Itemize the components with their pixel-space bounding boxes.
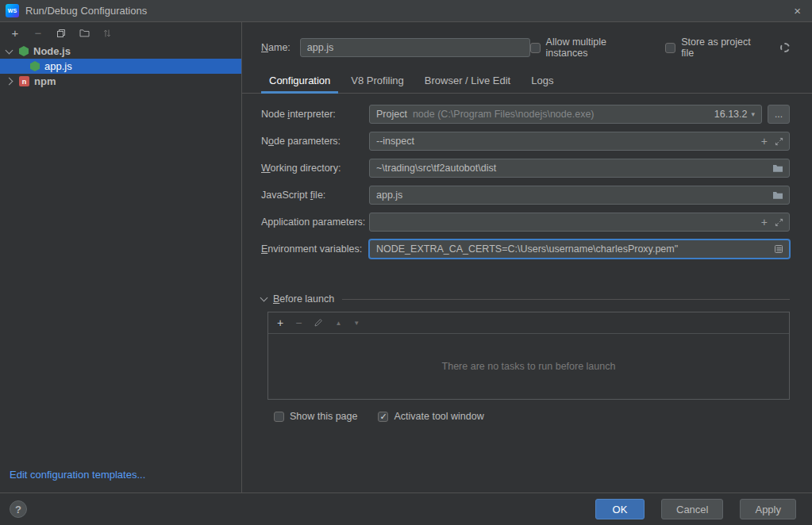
- configuration-form: Node interpreter: Project node (C:\Progr…: [261, 105, 790, 266]
- node-interpreter-select[interactable]: Project node (C:\Program Files\nodejs\no…: [369, 105, 762, 124]
- javascript-file-input[interactable]: [369, 186, 790, 205]
- allow-multiple-instances-checkbox[interactable]: Allow multiple instances: [530, 36, 652, 59]
- checkbox-icon: [530, 43, 541, 53]
- name-input[interactable]: [300, 38, 530, 57]
- node-parameters-field: +: [369, 132, 790, 151]
- tree-item-appjs[interactable]: app.js: [0, 59, 241, 74]
- configurations-tree: Node.js app.js n npm: [0, 44, 241, 89]
- remove-task-icon[interactable]: −: [295, 317, 302, 328]
- footer-buttons: OK Cancel Apply: [595, 499, 796, 519]
- cancel-button[interactable]: Cancel: [661, 499, 723, 519]
- nodejs-icon: [19, 46, 29, 56]
- edit-configuration-templates-link[interactable]: Edit configuration templates...: [0, 469, 241, 492]
- remove-configuration-icon[interactable]: −: [32, 27, 44, 40]
- tree-item-nodejs-group[interactable]: Node.js: [0, 44, 241, 59]
- working-directory-input[interactable]: [369, 159, 790, 178]
- tab-logs[interactable]: Logs: [523, 70, 561, 93]
- page-options: Show this page ✓ Activate tool window: [274, 411, 790, 422]
- ok-button[interactable]: OK: [595, 499, 645, 519]
- node-parameters-input[interactable]: [369, 132, 790, 151]
- nodejs-icon: [30, 61, 40, 71]
- before-launch-tasks-panel: + − ▲ ▼ There are no tasks to run before…: [267, 312, 790, 400]
- checkbox-icon: [274, 412, 284, 422]
- activate-tool-window-checkbox[interactable]: ✓ Activate tool window: [378, 411, 483, 422]
- tree-item-label: Node.js: [33, 45, 71, 57]
- application-parameters-field: +: [369, 213, 790, 232]
- name-label: Name:: [261, 42, 291, 53]
- node-parameters-row: Node parameters: +: [261, 132, 790, 151]
- expand-field-icon[interactable]: [775, 137, 783, 146]
- environment-variables-input[interactable]: [369, 240, 790, 259]
- divider: [342, 299, 790, 300]
- browse-variables-icon[interactable]: [774, 244, 783, 254]
- checkbox-label: Activate tool window: [394, 411, 483, 422]
- environment-variables-field: [369, 240, 790, 259]
- node-parameters-label: Node parameters:: [261, 136, 369, 147]
- tab-v8-profiling[interactable]: V8 Profiling: [343, 70, 411, 93]
- copy-configuration-icon[interactable]: [55, 27, 67, 40]
- folder-browse-icon[interactable]: [772, 163, 783, 173]
- before-launch-empty-message: There are no tasks to run before launch: [268, 334, 789, 399]
- name-row: Name: Allow multiple instances Store as …: [261, 36, 790, 59]
- move-task-down-icon[interactable]: ▼: [353, 320, 360, 327]
- checkbox-label: Show this page: [290, 411, 357, 422]
- configurations-toolbar: + −: [0, 22, 241, 44]
- checkbox-icon: [665, 43, 675, 53]
- node-interpreter-row: Node interpreter: Project node (C:\Progr…: [261, 105, 790, 124]
- insert-macro-icon[interactable]: +: [761, 217, 768, 228]
- checkbox-label: Store as project file: [681, 36, 766, 59]
- tree-item-label: app.js: [44, 60, 72, 72]
- insert-macro-icon[interactable]: +: [761, 136, 768, 147]
- edit-task-icon[interactable]: [314, 318, 323, 328]
- chevron-down-icon[interactable]: [6, 46, 13, 54]
- help-button[interactable]: ?: [10, 500, 27, 518]
- run-debug-configurations-dialog: WS Run/Debug Configurations × + −: [0, 0, 812, 525]
- before-launch-header[interactable]: Before launch: [261, 293, 790, 305]
- expand-field-icon[interactable]: [775, 218, 783, 227]
- before-launch-title: Before launch: [273, 293, 334, 305]
- apply-button[interactable]: Apply: [740, 499, 796, 519]
- webstorm-logo-icon: WS: [6, 4, 19, 17]
- add-task-icon[interactable]: +: [277, 317, 283, 328]
- environment-variables-label: Environment variables:: [261, 243, 369, 255]
- npm-icon: n: [19, 76, 29, 86]
- tab-configuration[interactable]: Configuration: [261, 70, 338, 93]
- field-adornments: [772, 186, 783, 205]
- chevron-down-icon: ▾: [751, 110, 755, 118]
- move-task-up-icon[interactable]: ▲: [335, 320, 341, 327]
- tab-bar: Configuration V8 Profiling Browser / Liv…: [242, 70, 812, 94]
- name-row-options: Allow multiple instances Store as projec…: [530, 36, 790, 59]
- node-interpreter-label: Node interpreter:: [261, 109, 369, 120]
- close-icon[interactable]: ×: [783, 4, 812, 17]
- tab-browser-live-edit[interactable]: Browser / Live Edit: [417, 70, 518, 93]
- folder-browse-icon[interactable]: [772, 190, 783, 200]
- application-parameters-label: Application parameters:: [261, 217, 369, 228]
- add-configuration-icon[interactable]: +: [9, 27, 21, 40]
- field-adornments: [774, 240, 783, 259]
- field-adornments: +: [761, 213, 783, 232]
- sort-configurations-icon[interactable]: [101, 27, 114, 40]
- folder-icon[interactable]: [78, 27, 90, 40]
- interpreter-project-prefix: Project: [376, 109, 407, 120]
- configuration-editor: Name: Allow multiple instances Store as …: [242, 22, 812, 492]
- javascript-file-field: [369, 186, 790, 205]
- chevron-right-icon[interactable]: [6, 78, 13, 86]
- dialog-footer: ? OK Cancel Apply: [0, 492, 812, 525]
- working-directory-field: [369, 159, 790, 178]
- tree-item-npm-group[interactable]: n npm: [0, 74, 241, 89]
- environment-variables-row: Environment variables:: [261, 240, 790, 259]
- store-as-project-file-checkbox[interactable]: Store as project file: [665, 36, 766, 59]
- checkbox-checked-icon: ✓: [378, 412, 388, 422]
- javascript-file-label: JavaScript file:: [261, 190, 369, 201]
- interpreter-path: node (C:\Program Files\nodejs\node.exe): [413, 109, 706, 120]
- titlebar: WS Run/Debug Configurations ×: [0, 0, 812, 22]
- browse-interpreter-button[interactable]: ...: [768, 105, 790, 124]
- working-directory-label: Working directory:: [261, 163, 369, 174]
- dialog-title: Run/Debug Configurations: [25, 5, 147, 17]
- working-directory-row: Working directory:: [261, 159, 790, 178]
- gear-icon[interactable]: [780, 43, 790, 52]
- chevron-down-icon[interactable]: [260, 294, 268, 302]
- javascript-file-row: JavaScript file:: [261, 186, 790, 205]
- application-parameters-input[interactable]: [369, 213, 790, 232]
- show-this-page-checkbox[interactable]: Show this page: [274, 411, 357, 422]
